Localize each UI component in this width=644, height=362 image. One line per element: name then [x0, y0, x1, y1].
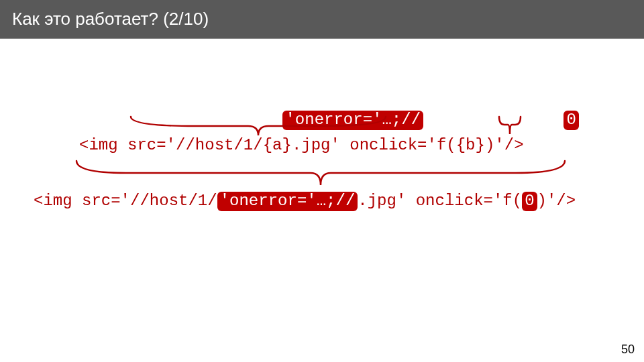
res-suffix: )'/>: [537, 192, 576, 210]
res-prefix: <img src='//host/1/: [34, 192, 217, 210]
slide-header: Как это работает? (2/10): [0, 0, 644, 39]
res-b-value: 0: [522, 192, 537, 211]
value-b: 0: [564, 111, 578, 130]
tpl-a-token: {a}: [263, 136, 292, 154]
res-a-value: 'onerror='…;//: [217, 192, 358, 211]
tpl-mid: .jpg' onclick='f(: [292, 136, 456, 154]
tpl-b-token: {b}: [456, 136, 485, 154]
res-mid: .jpg' onclick='f(: [358, 192, 522, 210]
tpl-prefix: <img src='//host/1/: [79, 136, 263, 154]
brace-b-icon: [496, 111, 523, 138]
brace-result-icon: [72, 156, 569, 189]
page-number: 50: [621, 343, 635, 357]
brace-a-icon: [127, 111, 389, 138]
slide: Как это работает? (2/10) 'onerror='…;// …: [0, 0, 644, 362]
slide-content: 'onerror='…;// 0 <img src='//host/1/{a}.…: [0, 39, 644, 334]
template-line: <img src='//host/1/{a}.jpg' onclick='f({…: [79, 136, 524, 154]
slide-title: Как это работает? (2/10): [12, 9, 209, 29]
result-line: <img src='//host/1/'onerror='…;//.jpg' o…: [34, 192, 576, 211]
tpl-suffix: )'/>: [485, 136, 524, 154]
